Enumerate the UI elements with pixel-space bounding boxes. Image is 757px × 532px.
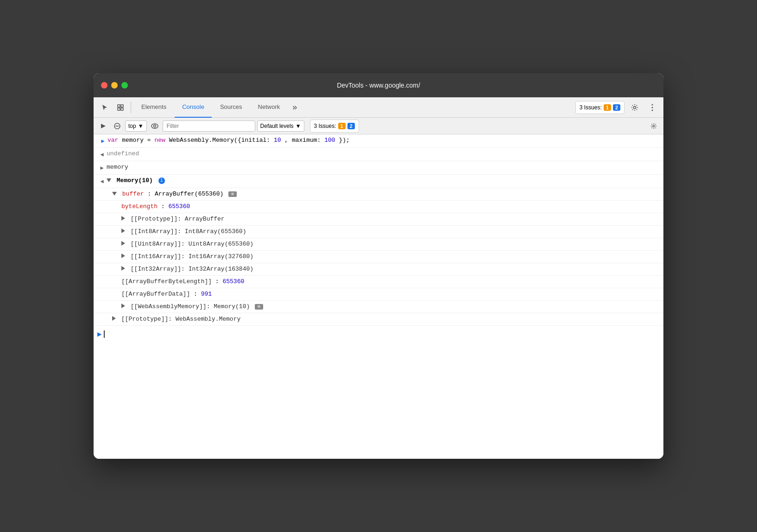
- keyword-new: new: [154, 137, 165, 144]
- filter-input[interactable]: [163, 120, 255, 132]
- window-title: DevTools - www.google.com/: [337, 82, 420, 89]
- eye-icon-button[interactable]: [149, 120, 161, 132]
- num-100: 100: [324, 137, 335, 144]
- tab-elements[interactable]: Elements: [134, 97, 174, 118]
- memory-label-arrow[interactable]: ▶: [97, 163, 107, 172]
- proto-ab-expand-triangle[interactable]: [121, 216, 125, 221]
- buffer-arrow: [103, 190, 112, 191]
- more-options-button[interactable]: [645, 100, 660, 115]
- arraybuffer-data-row: [[ArrayBufferData]] : 991: [94, 288, 663, 301]
- uint8array-row: [[Uint8Array]]: Uint8Array(655360): [94, 238, 663, 251]
- command-expand-arrow[interactable]: ▶: [98, 136, 107, 146]
- memory-object-content: Memory(10) i: [107, 177, 660, 185]
- int32array-row: [[Int32Array]]: Int32Array(163840): [94, 263, 663, 276]
- console-memory-object-row: ◀ Memory(10) i: [94, 175, 663, 188]
- levels-label: Default levels: [260, 123, 294, 129]
- svg-point-4: [634, 106, 636, 108]
- prompt-arrow: ▶: [97, 329, 102, 339]
- clear-console-button[interactable]: [111, 120, 123, 132]
- console-toolbar: top ▼ Default levels ▼ 3 Issues: 1 2: [94, 118, 663, 134]
- devtools-window: DevTools - www.google.com/ Elements Cons…: [94, 73, 663, 459]
- int32array-arrow: [112, 265, 121, 266]
- command-content: var memory = new WebAssembly.Memory({ini…: [107, 136, 660, 145]
- int32array-label: [[Int32Array]]: Int32Array(163840): [131, 266, 253, 272]
- svg-rect-2: [118, 108, 120, 110]
- proto-wasm-label: [[Prototype]]: WebAssembly.Memory: [121, 316, 240, 323]
- console-content: ▶ var memory = new WebAssembly.Memory({i…: [94, 134, 663, 459]
- proto-wasm-expand-triangle[interactable]: [112, 316, 116, 321]
- int16array-expand-triangle[interactable]: [121, 253, 125, 258]
- memory-label: memory: [107, 164, 128, 171]
- arraybuffer-bytelength-arrow: [112, 278, 121, 279]
- wasm-memory-row: [[WebAssemblyMemory]]: Memory(10) ⊞: [94, 301, 663, 313]
- bytelength-row: byteLength : 655360: [94, 201, 663, 213]
- memory-info-icon[interactable]: i: [158, 177, 165, 184]
- arraybuffer-data-val: 991: [201, 291, 212, 298]
- levels-dropdown-icon: ▼: [296, 123, 301, 129]
- svg-point-12: [153, 125, 156, 127]
- memory-object-label: Memory(10): [117, 177, 153, 184]
- svg-point-6: [652, 107, 653, 108]
- tab-network[interactable]: Network: [251, 97, 288, 118]
- int16array-content: [[Int16Array]]: Int16Array(327680): [121, 253, 660, 261]
- toolbar-right: 3 Issues: 1 2: [575, 100, 660, 115]
- result-content: undefined: [107, 150, 660, 158]
- cursor-icon-button[interactable]: [97, 100, 112, 115]
- console-warn-badge: 1: [338, 123, 346, 129]
- console-issues-badge[interactable]: 3 Issues: 1 2: [310, 120, 359, 133]
- execute-button[interactable]: [97, 120, 109, 132]
- arraybuffer-bytelength-key: [[ArrayBufferByteLength]]: [121, 278, 212, 285]
- int32array-expand-triangle[interactable]: [121, 266, 125, 271]
- memory-label-content: memory: [107, 163, 660, 171]
- uint8array-expand-triangle[interactable]: [121, 241, 125, 246]
- prompt-cursor: [104, 330, 105, 338]
- maximize-button[interactable]: [121, 82, 128, 89]
- context-selector[interactable]: top ▼: [125, 120, 147, 132]
- issues-badge[interactable]: 3 Issues: 1 2: [575, 101, 625, 114]
- toolbar-divider: [131, 102, 131, 113]
- wasm-memory-arrow: [112, 303, 121, 304]
- buffer-collapse-triangle[interactable]: [112, 192, 117, 196]
- proto-arraybuffer-row: [[Prototype]]: ArrayBuffer: [94, 213, 663, 226]
- buffer-content: buffer : ArrayBuffer(655360) ⊞: [112, 190, 660, 198]
- wasm-memory-label: [[WebAssemblyMemory]]: Memory(10): [131, 303, 250, 310]
- more-tabs-button[interactable]: »: [288, 101, 301, 114]
- buffer-key: buffer: [122, 190, 144, 197]
- buffer-row: buffer : ArrayBuffer(655360) ⊞: [94, 188, 663, 201]
- svg-point-5: [652, 104, 653, 105]
- tab-console[interactable]: Console: [175, 97, 212, 118]
- close-button[interactable]: [101, 82, 107, 89]
- wasm-memory-expand-triangle[interactable]: [121, 304, 125, 308]
- svg-point-7: [652, 109, 653, 111]
- buffer-memory-icon: ⊞: [228, 191, 237, 197]
- int16array-label: [[Int16Array]]: Int16Array(327680): [131, 253, 253, 260]
- keyword-var: var: [107, 137, 118, 144]
- int32array-content: [[Int32Array]]: Int32Array(163840): [121, 265, 660, 273]
- proto-arraybuffer-label: [[Prototype]]: ArrayBuffer: [131, 215, 225, 222]
- int8array-expand-triangle[interactable]: [121, 228, 125, 233]
- warn-badge: 1: [604, 104, 611, 111]
- context-label: top: [128, 123, 136, 129]
- levels-selector[interactable]: Default levels ▼: [257, 120, 304, 132]
- console-info-badge: 2: [347, 123, 355, 129]
- main-toolbar: Elements Console Sources Network » 3 Iss…: [94, 97, 663, 118]
- console-prompt-row[interactable]: ▶: [94, 326, 663, 342]
- console-settings-button[interactable]: [648, 120, 660, 132]
- bytelength-key: byteLength: [121, 203, 158, 210]
- tab-sources[interactable]: Sources: [213, 97, 250, 118]
- proto-wasm-row: [[Prototype]]: WebAssembly.Memory: [94, 313, 663, 326]
- inspect-icon-button[interactable]: [113, 100, 128, 115]
- console-command-row: ▶ var memory = new WebAssembly.Memory({i…: [94, 134, 663, 148]
- proto-arraybuffer-arrow: [112, 215, 121, 216]
- memory-collapse-triangle[interactable]: [107, 178, 111, 182]
- proto-wasm-arrow: [103, 315, 112, 316]
- result-undefined: undefined: [107, 150, 139, 157]
- console-result-row: ◀ undefined: [94, 148, 663, 161]
- uint8array-label: [[Uint8Array]]: Uint8Array(655360): [131, 241, 253, 247]
- svg-point-11: [151, 124, 158, 128]
- arraybuffer-bytelength-content: [[ArrayBufferByteLength]] : 655360: [121, 278, 660, 286]
- int16array-row: [[Int16Array]]: Int16Array(327680): [94, 251, 663, 263]
- minimize-button[interactable]: [111, 82, 118, 89]
- wasm-memory-content: [[WebAssemblyMemory]]: Memory(10) ⊞: [121, 303, 660, 311]
- settings-icon-button[interactable]: [627, 100, 642, 115]
